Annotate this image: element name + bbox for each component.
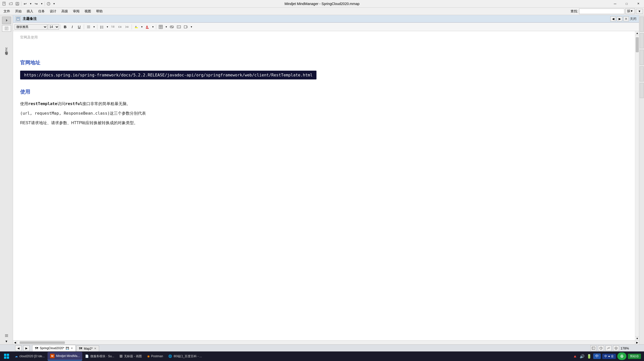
tab-map2[interactable]: 🗺 Map2* ✕: [76, 345, 99, 351]
right-panel-2[interactable]: [640, 33, 644, 48]
textcolor-btn[interactable]: A: [144, 24, 151, 30]
sogou-label[interactable]: 简硅谷: [628, 354, 641, 359]
section1-title: 官网地址: [20, 59, 628, 66]
tab-scroll-right[interactable]: ▶: [23, 345, 30, 351]
bold-button[interactable]: B: [62, 24, 68, 30]
redo-dropdown[interactable]: ▼: [40, 1, 44, 7]
misc-btn[interactable]: [183, 24, 189, 30]
menu-insert[interactable]: 插入: [24, 8, 36, 15]
right-panel-5[interactable]: [640, 83, 644, 98]
scroll-down-btn[interactable]: ▼: [635, 336, 639, 340]
maximize-button[interactable]: □: [621, 0, 632, 8]
note-next-btn[interactable]: ▶: [617, 16, 622, 21]
h-scroll-left-btn[interactable]: ◀: [13, 341, 17, 345]
undo-dropdown[interactable]: ▼: [29, 1, 32, 7]
note-panel-icon[interactable]: [16, 16, 21, 21]
bullet-list-btn[interactable]: [99, 24, 105, 30]
help-button[interactable]: ?: [46, 1, 51, 7]
align-button[interactable]: [85, 24, 92, 30]
note-content[interactable]: 官网及使用 官网地址 https://docs.spring.io/spring…: [13, 31, 635, 340]
h-scroll-thumb[interactable]: [20, 341, 65, 344]
link-btn[interactable]: [169, 24, 175, 30]
taskbar-app-mindmanager[interactable]: M Mindjet MindMa...: [48, 352, 83, 360]
scroll-up-btn[interactable]: ▲: [635, 31, 639, 35]
undo-button[interactable]: ↩: [22, 1, 28, 7]
note-prev-btn[interactable]: ◀: [610, 16, 616, 21]
scroll-thumb[interactable]: [636, 37, 639, 52]
h-scroll-right-btn[interactable]: ▶: [635, 341, 639, 345]
table-dropdown[interactable]: ▼: [165, 24, 168, 30]
tray-icons[interactable]: 🔺 🔊 🔋: [573, 354, 592, 359]
search-options[interactable]: ▼: [636, 9, 643, 14]
note-edit-btn[interactable]: [2, 25, 11, 32]
menu-design[interactable]: 设计: [47, 8, 59, 15]
font-size-select[interactable]: 14: [48, 24, 59, 30]
ime-zh-indicator[interactable]: 中: [593, 353, 601, 359]
taskbar-app-cloud[interactable]: ☁ cloud2020 [D:\de...: [12, 352, 47, 360]
menu-view[interactable]: 视图: [82, 8, 94, 15]
search-button[interactable]: 韻▼: [625, 8, 635, 14]
right-panel-4[interactable]: [640, 66, 644, 81]
sidebar-toggle-btn[interactable]: [2, 17, 11, 24]
italic-button[interactable]: I: [69, 24, 75, 30]
menu-review[interactable]: 审阅: [70, 8, 82, 15]
image-btn[interactable]: [176, 24, 182, 30]
tab-close-2[interactable]: ✕: [94, 347, 96, 350]
taskbar-app-postman[interactable]: ◉ Postman: [145, 352, 166, 360]
sidebar-down-btn[interactable]: ▼: [2, 339, 11, 343]
menu-task[interactable]: 任务: [36, 8, 47, 15]
tab-close-1[interactable]: ✕: [71, 347, 73, 350]
menu-help[interactable]: 帮助: [94, 8, 105, 15]
tab-springcloud[interactable]: 🗺 SpringCloud2020* 💾 ✕: [32, 345, 76, 351]
tray-network[interactable]: 🔺: [573, 354, 578, 359]
right-panel-3[interactable]: [640, 50, 644, 65]
textcolor-dropdown[interactable]: ▼: [151, 24, 155, 30]
underline-button[interactable]: U: [76, 24, 83, 30]
open-button[interactable]: [8, 1, 14, 7]
align-dropdown[interactable]: ▼: [92, 24, 96, 30]
sogou-icon[interactable]: 谷: [617, 352, 626, 360]
minimize-button[interactable]: ─: [609, 0, 621, 8]
taskbar-app-paint[interactable]: 🖼 无标题 - 画图: [117, 352, 144, 360]
status-btn-4[interactable]: [613, 345, 619, 351]
tray-volume[interactable]: 🔊: [580, 354, 585, 359]
menu-advanced[interactable]: 高级: [59, 8, 70, 15]
note-close-x[interactable]: ✕: [623, 16, 629, 21]
highlight-btn[interactable]: A: [133, 24, 140, 30]
sidebar-bottom-btn[interactable]: [2, 332, 11, 339]
table-btn[interactable]: [157, 24, 164, 30]
ime-mode-indicator[interactable]: 中 ● 全: [602, 354, 616, 359]
taskbar-app-browser[interactable]: 🌐 80端口_百度百科 - ...: [166, 352, 205, 360]
font-family-select[interactable]: 微软雅黑: [15, 24, 47, 30]
new-button[interactable]: [2, 1, 7, 7]
url-block[interactable]: https://docs.spring.io/spring-framework/…: [20, 71, 316, 79]
search-input[interactable]: [579, 9, 624, 14]
status-btn-1[interactable]: [590, 345, 596, 351]
redo-button[interactable]: ↪: [33, 1, 39, 7]
close-button[interactable]: ✕: [632, 0, 644, 8]
indent-btn[interactable]: [124, 24, 130, 30]
customize-dropdown[interactable]: ▼: [52, 1, 56, 7]
numbered-list-btn[interactable]: 1.2.: [110, 24, 116, 30]
tray-battery[interactable]: 🔋: [587, 354, 592, 359]
separator: [21, 2, 21, 6]
misc-dropdown[interactable]: ▼: [190, 24, 193, 30]
menu-file[interactable]: 文件: [1, 8, 13, 15]
start-button[interactable]: [1, 352, 12, 360]
main-area: hmc 及作 ▼ 主题备注 ◀ ▶ ✕ 关闭 微软雅黑: [0, 15, 644, 344]
note-close-label[interactable]: 关闭: [630, 17, 636, 21]
right-panel-1[interactable]: [640, 17, 644, 32]
tabs-container: 🗺 SpringCloud2020* 💾 ✕ 🗺 Map2* ✕: [32, 345, 99, 351]
bullet-dropdown[interactable]: ▼: [106, 24, 109, 30]
status-btn-3[interactable]: [606, 345, 612, 351]
outdent-btn[interactable]: [117, 24, 123, 30]
taskbar-app-microservice[interactable]: 📄 微服务模块 · Su...: [83, 352, 117, 360]
tab-scroll-left[interactable]: ◀: [15, 345, 22, 351]
highlight-dropdown[interactable]: ▼: [140, 24, 144, 30]
menu-start[interactable]: 开始: [13, 8, 24, 15]
sidebar-label-hmc[interactable]: hmc: [4, 47, 9, 54]
tab-save-icon-1[interactable]: 💾: [66, 347, 69, 350]
vertical-scrollbar[interactable]: ▲ ▼: [635, 31, 639, 340]
status-btn-2[interactable]: [598, 345, 604, 351]
save-button[interactable]: [15, 1, 20, 7]
